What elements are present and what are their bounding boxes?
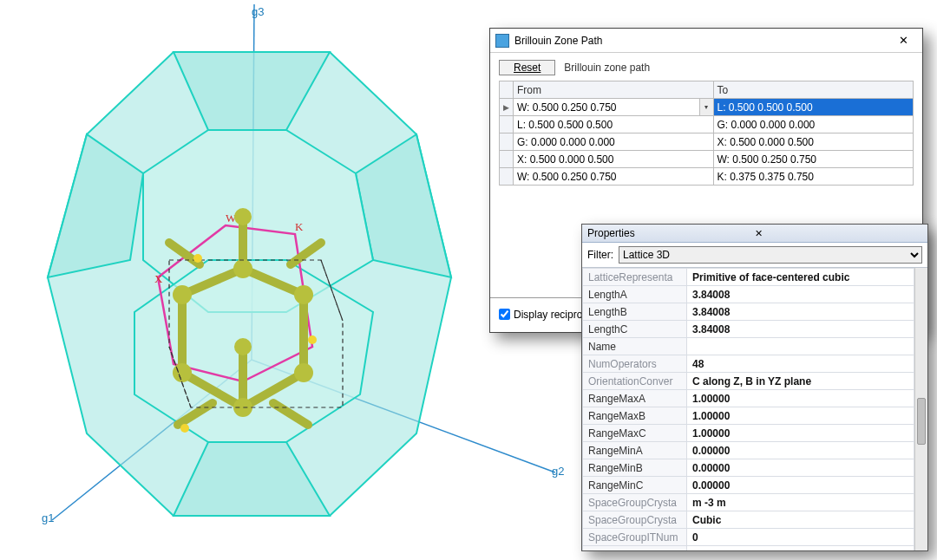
- close-icon[interactable]: ✕: [751, 228, 922, 239]
- prop-key: LatticeRepresenta: [583, 269, 687, 286]
- prop-value[interactable]: [687, 338, 914, 355]
- prop-key: SpaceGroupITNum: [583, 529, 687, 546]
- prop-value[interactable]: C along Z, B in YZ plane: [687, 373, 914, 390]
- reset-button[interactable]: Reset: [499, 60, 555, 75]
- cell-from[interactable]: W: 0.500 0.250 0.750▾: [514, 99, 714, 116]
- svg-point-29: [173, 363, 192, 382]
- prop-key: SpaceGroupLaueC: [583, 546, 687, 551]
- cell-from[interactable]: G: 0.000 0.000 0.000: [514, 133, 714, 151]
- display-reciprocal-input[interactable]: [499, 309, 510, 320]
- prop-value[interactable]: 0.00000: [687, 442, 914, 459]
- col-from[interactable]: From: [514, 81, 714, 99]
- prop-key: RangeMaxC: [583, 425, 687, 442]
- table-row[interactable]: NumOperators48: [583, 355, 914, 373]
- svg-point-36: [308, 335, 317, 344]
- svg-point-32: [234, 338, 252, 355]
- row-marker: [500, 168, 514, 186]
- svg-text:X: X: [154, 272, 163, 285]
- svg-point-25: [173, 285, 192, 304]
- table-row[interactable]: Name: [583, 338, 914, 355]
- cell-from[interactable]: W: 0.500 0.250 0.750: [514, 168, 714, 186]
- table-row[interactable]: RangeMinC0.00000: [583, 477, 914, 494]
- prop-value[interactable]: 0.00000: [687, 459, 914, 477]
- prop-value[interactable]: Cubic: [687, 511, 914, 529]
- axis-g1-label: g1: [42, 511, 54, 524]
- scrollbar[interactable]: [914, 268, 927, 550]
- svg-point-26: [294, 285, 313, 304]
- scrollbar-thumb[interactable]: [917, 398, 926, 445]
- prop-value[interactable]: 1.00000: [687, 425, 914, 442]
- table-row[interactable]: RangeMaxA1.00000: [583, 390, 914, 407]
- table-row[interactable]: RangeMinA0.00000: [583, 442, 914, 459]
- table-row[interactable]: LengthA3.84008: [583, 286, 914, 303]
- table-row[interactable]: LatticeRepresentaPrimitive of face-cente…: [583, 269, 914, 286]
- group-label: Brillouin zone path: [564, 62, 650, 74]
- properties-table[interactable]: LatticeRepresentaPrimitive of face-cente…: [582, 268, 914, 550]
- row-marker: [500, 133, 514, 151]
- properties-panel: Properties ✕ Filter: Lattice 3D LatticeR…: [581, 224, 928, 551]
- prop-value[interactable]: 1.00000: [687, 390, 914, 407]
- svg-point-37: [193, 254, 202, 263]
- filter-select[interactable]: Lattice 3D: [619, 246, 922, 264]
- prop-key: LengthC: [583, 321, 687, 338]
- prop-key: RangeMinA: [583, 442, 687, 459]
- dialog-title: Brillouin Zone Path: [514, 35, 889, 47]
- prop-value[interactable]: 0.00000: [687, 477, 914, 494]
- cell-to[interactable]: G: 0.000 0.000 0.000: [713, 116, 914, 133]
- svg-text:K: K: [295, 220, 304, 233]
- prop-key: RangeMaxA: [583, 390, 687, 407]
- table-row[interactable]: RangeMinB0.00000: [583, 459, 914, 477]
- properties-title: Properties: [587, 227, 751, 239]
- prop-key: RangeMaxB: [583, 407, 687, 425]
- prop-value[interactable]: 3.84008: [687, 286, 914, 303]
- bz-path-table[interactable]: From To ▶W: 0.500 0.250 0.750▾L: 0.500 0…: [499, 81, 914, 186]
- cell-to[interactable]: K: 0.375 0.375 0.750: [713, 168, 914, 186]
- table-row[interactable]: ▶W: 0.500 0.250 0.750▾L: 0.500 0.500 0.5…: [500, 99, 914, 116]
- table-row[interactable]: RangeMaxB1.00000: [583, 407, 914, 425]
- prop-value[interactable]: 1.00000: [687, 407, 914, 425]
- cell-to[interactable]: W: 0.500 0.250 0.750: [713, 151, 914, 168]
- prop-value[interactable]: Primitive of face-centered cubic: [687, 269, 914, 286]
- prop-key: RangeMinC: [583, 477, 687, 494]
- table-row[interactable]: LengthC3.84008: [583, 321, 914, 338]
- chevron-down-icon[interactable]: ▾: [699, 99, 713, 115]
- row-marker: ▶: [500, 99, 514, 116]
- app-icon: [495, 34, 509, 48]
- cell-from[interactable]: X: 0.500 0.000 0.500: [514, 151, 714, 168]
- prop-value[interactable]: 3.84008: [687, 321, 914, 338]
- table-row[interactable]: SpaceGroupITNum0: [583, 529, 914, 546]
- row-marker: [500, 151, 514, 168]
- cell-to[interactable]: L: 0.500 0.500 0.500: [713, 99, 914, 116]
- filter-label: Filter:: [587, 249, 613, 261]
- table-row[interactable]: X: 0.500 0.000 0.500W: 0.500 0.250 0.750: [500, 151, 914, 168]
- table-row[interactable]: SpaceGroupCrystam -3 m: [583, 494, 914, 511]
- table-row[interactable]: SpaceGroupCrystaCubic: [583, 511, 914, 529]
- row-marker: [500, 116, 514, 133]
- prop-value[interactable]: 3.84008: [687, 303, 914, 321]
- prop-key: LengthB: [583, 303, 687, 321]
- prop-value[interactable]: m -3 m: [687, 494, 914, 511]
- cell-from[interactable]: L: 0.500 0.500 0.500: [514, 116, 714, 133]
- prop-value[interactable]: m-3m: [687, 546, 914, 551]
- prop-value[interactable]: 48: [687, 355, 914, 373]
- table-row[interactable]: OrientationConverC along Z, B in YZ plan…: [583, 373, 914, 390]
- col-to[interactable]: To: [713, 81, 914, 99]
- axis-g3-label: g3: [252, 5, 264, 18]
- table-row[interactable]: W: 0.500 0.250 0.750K: 0.375 0.375 0.750: [500, 168, 914, 186]
- cell-to[interactable]: X: 0.500 0.000 0.500: [713, 133, 914, 151]
- prop-value[interactable]: 0: [687, 529, 914, 546]
- table-row[interactable]: LengthB3.84008: [583, 303, 914, 321]
- table-row[interactable]: L: 0.500 0.500 0.500G: 0.000 0.000 0.000: [500, 116, 914, 133]
- prop-key: NumOperators: [583, 355, 687, 373]
- table-row[interactable]: RangeMaxC1.00000: [583, 425, 914, 442]
- prop-key: Name: [583, 338, 687, 355]
- svg-point-30: [294, 363, 313, 382]
- svg-point-28: [234, 208, 252, 225]
- prop-key: LengthA: [583, 286, 687, 303]
- table-row[interactable]: SpaceGroupLaueCm-3m: [583, 546, 914, 551]
- close-icon[interactable]: ✕: [889, 31, 917, 50]
- table-row[interactable]: G: 0.000 0.000 0.000X: 0.500 0.000 0.500: [500, 133, 914, 151]
- svg-point-35: [180, 424, 189, 433]
- properties-titlebar[interactable]: Properties ✕: [582, 225, 927, 243]
- dialog-titlebar[interactable]: Brillouin Zone Path ✕: [490, 29, 922, 53]
